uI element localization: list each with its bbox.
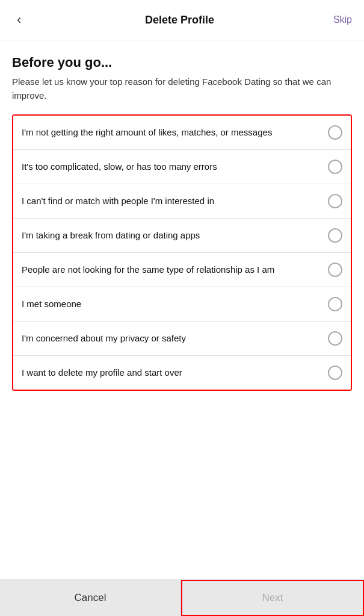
option-item[interactable]: It's too complicated, slow, or has too m…: [13, 150, 351, 184]
option-text: I can't find or match with people I'm in…: [22, 194, 328, 208]
section-heading: Before you go...: [12, 55, 352, 70]
radio-button[interactable]: [328, 160, 342, 174]
option-item[interactable]: I'm concerned about my privacy or safety: [13, 322, 351, 356]
option-text: People are not looking for the same type…: [22, 263, 328, 276]
page-title: Delete Profile: [145, 14, 214, 26]
cancel-button[interactable]: Cancel: [0, 580, 181, 616]
option-item[interactable]: I can't find or match with people I'm in…: [13, 184, 351, 219]
page-header: ‹ Delete Profile Skip: [0, 0, 364, 40]
option-item[interactable]: I'm not getting the right amount of like…: [13, 116, 351, 150]
option-text: I'm taking a break from dating or dating…: [22, 229, 328, 242]
option-text: I'm concerned about my privacy or safety: [22, 332, 328, 345]
bottom-bar: Cancel Next: [0, 579, 364, 616]
radio-button[interactable]: [328, 125, 342, 140]
next-button[interactable]: Next: [181, 580, 364, 616]
option-text: I want to delete my profile and start ov…: [22, 366, 328, 379]
radio-button[interactable]: [328, 228, 342, 243]
radio-button[interactable]: [328, 194, 342, 208]
radio-button[interactable]: [328, 366, 342, 380]
skip-button[interactable]: Skip: [333, 14, 352, 25]
option-item[interactable]: I'm taking a break from dating or dating…: [13, 219, 351, 253]
option-item[interactable]: I met someone: [13, 287, 351, 322]
option-text: I'm not getting the right amount of like…: [22, 126, 328, 139]
back-button[interactable]: ‹: [12, 10, 26, 30]
radio-button[interactable]: [328, 263, 342, 277]
option-text: I met someone: [22, 297, 328, 311]
options-list: I'm not getting the right amount of like…: [12, 114, 352, 391]
radio-button[interactable]: [328, 297, 342, 311]
radio-button[interactable]: [328, 331, 342, 346]
option-item[interactable]: I want to delete my profile and start ov…: [13, 356, 351, 390]
option-item[interactable]: People are not looking for the same type…: [13, 253, 351, 287]
section-subtitle: Please let us know your top reason for d…: [12, 75, 352, 102]
main-content: Before you go... Please let us know your…: [0, 40, 364, 391]
option-text: It's too complicated, slow, or has too m…: [22, 160, 328, 173]
